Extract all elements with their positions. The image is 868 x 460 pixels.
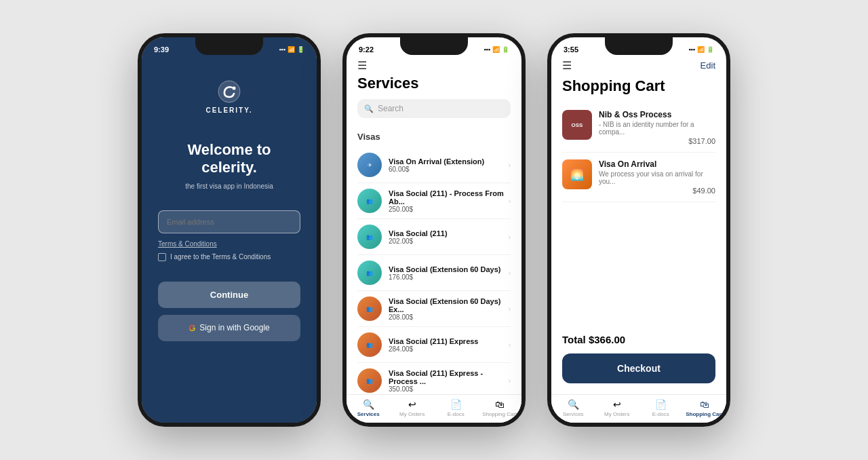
service-price-5: 284.00$ — [389, 345, 509, 353]
cart-item-name-1: Visa On Arrival — [599, 159, 715, 169]
cart-header: ☰ Edit — [551, 59, 726, 75]
service-price-1: 250.00$ — [389, 206, 509, 213]
welcome-sub: the first visa app in Indonesia — [185, 183, 273, 190]
wifi-icon-2: 📶 — [492, 46, 500, 53]
terms-checkbox[interactable] — [158, 253, 166, 261]
tab-services[interactable]: 🔍 Services — [347, 399, 391, 417]
tab-orders-icon: ↩ — [408, 399, 416, 410]
tab-my-orders[interactable]: ↩ My Orders — [391, 399, 435, 417]
tab-cart-cart-label: Shopping Cart — [686, 411, 723, 417]
cart-item-info-1: Visa On Arrival We process your visa on … — [599, 159, 715, 195]
email-input[interactable] — [158, 210, 300, 233]
tab-cart-services-icon: 🔍 — [568, 399, 579, 410]
service-avatar-1: 👥 — [357, 189, 382, 213]
service-avatar-3: 👥 — [357, 261, 382, 285]
search-bar[interactable]: 🔍 Search — [357, 99, 511, 118]
tab-cart-services[interactable]: 🔍 Services — [551, 399, 595, 417]
tab-cart-cart-icon: 🛍 — [700, 399, 709, 410]
battery-icon-1: 🔋 — [297, 46, 304, 53]
service-item-3[interactable]: 👥 Visa Social (Extension 60 Days) 176.00… — [357, 255, 511, 291]
logo-area: CELERITY. — [205, 79, 252, 114]
cart-item-img-visa: 🌅 — [562, 159, 592, 189]
services-title: Services — [357, 75, 511, 92]
service-item-0[interactable]: ✈ Visa On Arrival (Extension) 60.00$ › — [357, 147, 511, 183]
terms-link[interactable]: Terms & Conditions — [158, 240, 217, 248]
status-icons-2: ▪▪▪ 📶 🔋 — [484, 46, 509, 53]
chevron-icon-0: › — [509, 161, 511, 169]
tab-cart-orders-icon: ↩ — [613, 399, 621, 410]
logo-text: CELERITY. — [205, 107, 252, 114]
service-price-4: 208.00$ — [389, 313, 509, 321]
tab-orders-label: My Orders — [399, 411, 425, 417]
tab-cart-orders[interactable]: ↩ My Orders — [595, 399, 639, 417]
cart-item-price-0: $317.00 — [599, 137, 715, 145]
google-signin-label: Sign in with Google — [199, 323, 269, 332]
continue-button[interactable]: Continue — [158, 282, 300, 308]
phone-login: 9:39 ▪▪▪ 📶 🔋 CELERITY. Welcome to celeri… — [138, 33, 321, 427]
tab-cart[interactable]: 🛍 Shopping Cart — [478, 399, 522, 417]
tab-cart-edocs-label: E-docs — [652, 411, 669, 417]
service-name-4: Visa Social (Extension 60 Days) Ex... — [389, 297, 509, 313]
service-name-0: Visa On Arrival (Extension) — [389, 157, 509, 166]
service-name-1: Visa Social (211) - Process From Ab... — [389, 189, 509, 206]
service-avatar-0: ✈ — [357, 153, 382, 177]
checkout-button[interactable]: Checkout — [562, 353, 715, 383]
cart-item-desc-0: - NIB is an identity number for a compa.… — [599, 121, 715, 136]
service-info-4: Visa Social (Extension 60 Days) Ex... 20… — [389, 297, 509, 321]
tab-edocs-label: E-docs — [448, 411, 465, 417]
service-info-6: Visa Social (211) Express - Process ... … — [389, 369, 509, 393]
signal-icon-1: ▪▪▪ — [279, 46, 285, 53]
service-info-0: Visa On Arrival (Extension) 60.00$ — [389, 157, 509, 173]
tab-cart-orders-label: My Orders — [604, 411, 629, 417]
battery-icon-3: 🔋 — [707, 46, 714, 53]
service-avatar-5: 👥 — [357, 332, 382, 357]
svg-point-0 — [218, 81, 240, 102]
tab-cart-edocs[interactable]: 📄 E-docs — [639, 399, 683, 417]
service-info-3: Visa Social (Extension 60 Days) 176.00$ — [389, 265, 509, 281]
visa-sunset-icon: 🌅 — [570, 168, 584, 181]
service-avatar-6: 👥 — [357, 368, 382, 393]
google-signin-button[interactable]: G Sign in with Google — [158, 315, 300, 341]
status-time-3: 3:55 — [564, 45, 578, 54]
service-avatar-4: 👥 — [357, 296, 382, 321]
cart-hamburger-menu[interactable]: ☰ — [562, 59, 572, 72]
cart-item-1: 🌅 Visa On Arrival We process your visa o… — [562, 153, 715, 202]
phone-services: 9:22 ▪▪▪ 📶 🔋 ☰ Services 🔍 Search Visas ✈… — [342, 33, 526, 427]
service-name-6: Visa Social (211) Express - Process ... — [389, 369, 509, 385]
cart-item-name-0: Nib & Oss Process — [599, 110, 715, 119]
chevron-icon-5: › — [509, 341, 511, 349]
status-time-2: 9:22 — [359, 45, 374, 54]
chevron-icon-1: › — [509, 197, 511, 205]
service-name-2: Visa Social (211) — [389, 229, 509, 237]
tab-edocs[interactable]: 📄 E-docs — [434, 399, 478, 417]
cart-item-desc-1: We process your visa on arrival for you.… — [599, 170, 715, 185]
tab-cart-cart[interactable]: 🛍 Shopping Cart — [683, 399, 727, 417]
cart-items-list: OSS Nib & Oss Process - NIB is an identi… — [551, 103, 726, 326]
search-placeholder: Search — [378, 104, 403, 113]
tab-cart-services-label: Services — [563, 411, 584, 417]
service-item-1[interactable]: 👥 Visa Social (211) - Process From Ab...… — [357, 183, 511, 219]
signal-icon-3: ▪▪▪ — [688, 46, 695, 53]
service-item-6[interactable]: 👥 Visa Social (211) Express - Process ..… — [357, 363, 511, 394]
cart-item-info-0: Nib & Oss Process - NIB is an identity n… — [599, 110, 715, 145]
service-price-6: 350.00$ — [389, 385, 509, 393]
service-price-2: 202.00$ — [389, 237, 509, 245]
section-label-visas: Visas — [357, 132, 511, 142]
phone-notch-3 — [605, 37, 673, 55]
google-g-icon: G — [189, 323, 195, 333]
service-name-3: Visa Social (Extension 60 Days) — [389, 265, 509, 273]
hamburger-menu[interactable]: ☰ — [357, 59, 511, 72]
chevron-icon-3: › — [509, 269, 511, 277]
phone-cart: 3:55 ▪▪▪ 📶 🔋 ☰ Edit Shopping Cart OSS Ni… — [547, 33, 730, 427]
service-avatar-2: 👥 — [357, 225, 382, 249]
cart-item-img-oss: OSS — [562, 110, 592, 140]
service-info-5: Visa Social (211) Express 284.00$ — [389, 337, 509, 353]
service-item-4[interactable]: 👥 Visa Social (Extension 60 Days) Ex... … — [357, 291, 511, 327]
service-item-2[interactable]: 👥 Visa Social (211) 202.00$ › — [357, 219, 511, 255]
checkbox-label: I agree to the Terms & Conditions — [170, 253, 271, 261]
tab-edocs-icon: 📄 — [450, 399, 462, 410]
cart-edit-button[interactable]: Edit — [701, 60, 715, 71]
service-item-5[interactable]: 👥 Visa Social (211) Express 284.00$ › — [357, 327, 511, 363]
tab-cart-edocs-icon: 📄 — [655, 399, 667, 410]
signal-icon-2: ▪▪▪ — [484, 46, 490, 53]
